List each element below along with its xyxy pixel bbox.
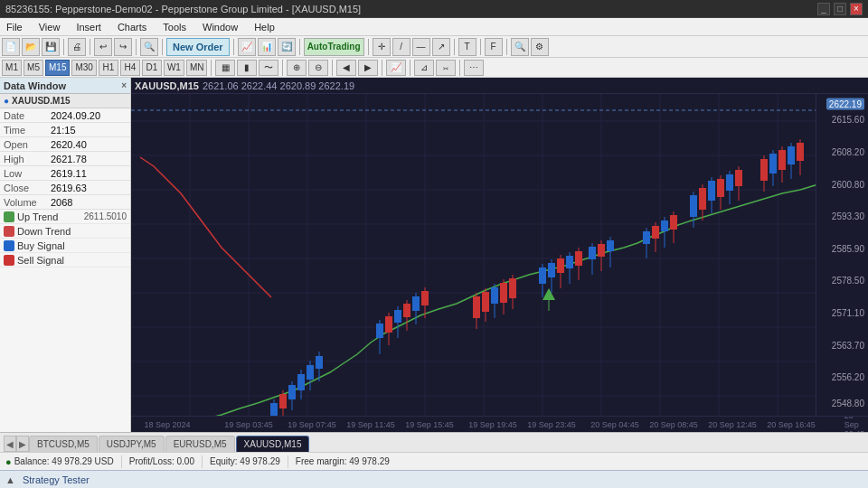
obj-btn[interactable]: ⟗	[436, 60, 456, 76]
zoom-out2[interactable]: ⊖	[308, 60, 328, 76]
chart-candle-btn[interactable]: ▮	[237, 60, 257, 76]
svg-rect-66	[548, 263, 555, 277]
data-window-close[interactable]: ×	[121, 80, 127, 90]
tab-scroll-left[interactable]: ◀	[4, 436, 16, 452]
tab-eurusd[interactable]: EURUSD,M5	[165, 436, 235, 452]
sep-zoom	[332, 60, 333, 76]
menu-help[interactable]: Help	[251, 21, 278, 33]
svg-rect-36	[297, 374, 305, 390]
save-btn[interactable]: 💾	[42, 38, 60, 56]
new-chart-btn[interactable]: 📄	[2, 38, 20, 56]
chart-btn2[interactable]: 📊	[258, 38, 276, 56]
settings-btn[interactable]: ⚙	[531, 38, 549, 56]
chart-canvas[interactable]	[131, 94, 816, 416]
zoom-in-btn[interactable]: 🔍	[140, 38, 158, 56]
tab-scroll-right[interactable]: ▶	[16, 436, 29, 452]
svg-rect-60	[500, 283, 507, 303]
uptrend-value: 2611.5010	[84, 211, 127, 221]
open-btn[interactable]: 📂	[22, 38, 40, 56]
indicator-sellsignal[interactable]: Sell Signal	[0, 253, 130, 267]
svg-rect-40	[316, 356, 323, 369]
tf-m30[interactable]: M30	[71, 60, 96, 76]
search-btn[interactable]: 🔍	[511, 38, 529, 56]
menu-bar: File View Insert Charts Tools Window Hel…	[0, 18, 868, 36]
hline-btn[interactable]: —	[412, 38, 430, 56]
menu-view[interactable]: View	[36, 21, 63, 33]
sep3	[136, 39, 137, 55]
tab-btcusd[interactable]: BTCUSD,M5	[29, 436, 98, 452]
menu-window[interactable]: Window	[200, 21, 241, 33]
toolbar1: 📄 📂 💾 🖨 ↩ ↪ 🔍 New Order 📈 📊 🔄 AutoTradin…	[0, 36, 868, 58]
downtrend-icon	[4, 226, 14, 237]
svg-rect-74	[589, 247, 596, 259]
new-order-btn[interactable]: New Order	[166, 38, 230, 56]
svg-rect-102	[769, 154, 777, 174]
tf-h1[interactable]: H1	[99, 60, 118, 76]
menu-file[interactable]: File	[4, 21, 25, 33]
dw-symbol-row: ● XAUUSD.M15	[0, 94, 130, 108]
close-btn[interactable]: ×	[850, 3, 863, 15]
sep9	[480, 39, 481, 55]
chart-btn1[interactable]: 📈	[238, 38, 256, 56]
refresh-btn[interactable]: 🔄	[278, 38, 296, 56]
tf-m15[interactable]: M15	[45, 60, 70, 76]
tab-xauusd[interactable]: XAUUSD,M15	[236, 436, 310, 452]
zoom-in2[interactable]: ⊕	[287, 60, 307, 76]
tf-mn[interactable]: MN	[186, 60, 208, 76]
tf-m1[interactable]: M1	[2, 60, 22, 76]
dw-volume-value: 2068	[47, 197, 130, 208]
scroll-left[interactable]: ◀	[336, 60, 356, 76]
svg-rect-58	[491, 287, 498, 304]
indicator-uptrend[interactable]: Up Trend 2611.5010	[0, 210, 130, 224]
indicator-btn[interactable]: 📈	[386, 60, 406, 76]
tf-h4[interactable]: H4	[120, 60, 140, 76]
fibo-btn[interactable]: F	[485, 38, 503, 56]
dw-volume-row: Volume 2068	[0, 195, 130, 210]
svg-rect-32	[279, 394, 287, 408]
sellsignal-icon	[4, 255, 14, 266]
tab-usdjpy[interactable]: USDJPY,M5	[99, 436, 165, 452]
price-2615: 2615.60	[832, 115, 864, 125]
menu-charts[interactable]: Charts	[115, 21, 149, 33]
more-btn[interactable]: ⋯	[464, 60, 484, 76]
price-2600: 2600.80	[832, 179, 864, 189]
crosshair-btn[interactable]: ✛	[373, 38, 391, 56]
indicator-downtrend[interactable]: Down Trend	[0, 224, 130, 239]
tf-m5[interactable]: M5	[24, 60, 43, 76]
trend-btn[interactable]: ↗	[432, 38, 450, 56]
svg-rect-62	[509, 278, 516, 298]
svg-rect-34	[288, 385, 296, 399]
svg-rect-38	[307, 365, 314, 380]
time-sep20-16: 20 Sep 16:45	[767, 420, 816, 429]
chart-line-btn[interactable]: 〜	[259, 60, 278, 76]
sep-obj	[459, 60, 460, 76]
redo-btn[interactable]: ↪	[114, 38, 132, 56]
undo-btn[interactable]: ↩	[94, 38, 112, 56]
main-area: Data Window × ● XAUUSD.M15 Date 2024.09.…	[0, 78, 868, 432]
time-sep19: 19 Sep 19:45	[468, 420, 517, 429]
maximize-btn[interactable]: □	[834, 3, 846, 15]
terminal-expand-icon[interactable]: ▲	[5, 474, 15, 485]
svg-rect-92	[708, 181, 715, 201]
tf-w1[interactable]: W1	[164, 60, 184, 76]
tf-d1[interactable]: D1	[142, 60, 162, 76]
scroll-right[interactable]: ▶	[358, 60, 378, 76]
svg-rect-104	[778, 150, 786, 170]
strategy-tester-tab[interactable]: Strategy Tester	[23, 474, 90, 485]
vol-btn[interactable]: ⊿	[414, 60, 434, 76]
buysignal-label: Buy Signal	[17, 240, 65, 251]
dw-symbol-label: XAUUSD.M15	[12, 96, 70, 106]
chart-bar-btn[interactable]: ▦	[215, 60, 235, 76]
line-btn[interactable]: /	[392, 38, 410, 56]
menu-tools[interactable]: Tools	[160, 21, 189, 33]
text-btn[interactable]: T	[458, 38, 476, 56]
minimize-btn[interactable]: _	[817, 3, 830, 15]
sep7	[368, 39, 369, 55]
dw-close-value: 2619.63	[47, 183, 130, 193]
menu-insert[interactable]: Insert	[73, 21, 104, 33]
print-btn[interactable]: 🖨	[68, 38, 86, 56]
autotrading-btn[interactable]: AutoTrading	[304, 38, 364, 56]
sep-scroll	[382, 60, 382, 76]
chart-area[interactable]: XAUUSD,M15 2621.06 2622.44 2620.89 2622.…	[131, 78, 868, 432]
indicator-buysignal[interactable]: Buy Signal	[0, 239, 130, 253]
